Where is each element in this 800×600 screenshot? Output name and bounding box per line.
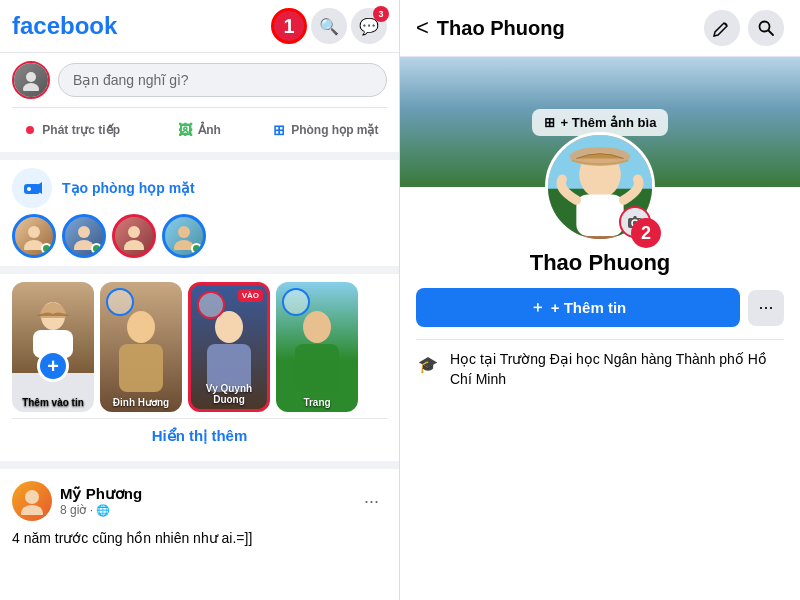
- story-3-avatar: [282, 288, 310, 316]
- edit-profile-btn[interactable]: [704, 10, 740, 46]
- post-more-btn[interactable]: ···: [356, 487, 387, 516]
- story-card-1[interactable]: Đinh Hương: [100, 282, 182, 412]
- add-cover-icon: ⊞: [544, 115, 555, 130]
- story-2-avatar: [197, 291, 225, 319]
- search-profile-btn[interactable]: [748, 10, 784, 46]
- online-indicator-4: [191, 243, 202, 254]
- svg-point-7: [78, 226, 90, 238]
- profile-name-header: Thao Phuong: [437, 17, 704, 40]
- add-story-card[interactable]: + Thêm vào tin: [12, 282, 94, 412]
- story-1-avatar: [106, 288, 134, 316]
- story-person-2[interactable]: [62, 214, 106, 258]
- messenger-badge: 3: [373, 6, 389, 22]
- create-room-label: Tạo phòng họp mặt: [62, 180, 195, 196]
- story-1-label: Đinh Hương: [100, 397, 182, 408]
- story-2-label: Vy Quynh Duong: [191, 383, 267, 405]
- svg-point-0: [26, 72, 36, 82]
- profile-display-name: Thao Phuong: [400, 250, 800, 276]
- story-card-2[interactable]: VÀO Vy Quynh Duong: [188, 282, 270, 412]
- live-btn-label: Phát trực tiếp: [42, 123, 120, 137]
- online-indicator-1: [41, 243, 52, 254]
- room-btn-label: Phòng họp mặt: [291, 123, 378, 137]
- more-options-btn[interactable]: ···: [748, 290, 784, 326]
- svg-point-10: [124, 240, 144, 250]
- live-dot-icon: [26, 126, 34, 134]
- search-icon-btn[interactable]: 🔍: [311, 8, 347, 44]
- header-right-icons: 1 🔍 💬 3: [271, 8, 387, 44]
- create-room-section: Tạo phòng họp mặt: [0, 160, 399, 274]
- profile-actions: ＋ + Thêm tin ···: [400, 288, 800, 327]
- story-person-3[interactable]: [112, 214, 156, 258]
- back-btn[interactable]: <: [416, 15, 429, 41]
- post-time-text: 8 giờ ·: [60, 503, 93, 517]
- step-2-badge: 2: [631, 218, 661, 248]
- svg-point-1: [23, 83, 39, 91]
- story-card-3[interactable]: Trang: [276, 282, 358, 412]
- step-1-badge: 1: [271, 8, 307, 44]
- avatar-placeholder: [14, 63, 48, 97]
- photo-btn-label: Ảnh: [198, 123, 221, 137]
- live-tag: VÀO: [238, 289, 263, 302]
- profile-info-section: 🎓 Học tại Trường Đại học Ngân hàng Thành…: [400, 339, 800, 399]
- left-panel: facebook 1 🔍 💬 3 Bạn đang nghĩ gì? Phát …: [0, 0, 400, 600]
- post-content: 4 năm trước cũng hồn nhiên như ai.=]]: [12, 529, 387, 549]
- feed-post: Mỹ Phương 8 giờ · 🌐 ··· 4 năm trước cũng…: [0, 469, 399, 561]
- education-text: Học tại Trường Đại học Ngân hàng Thành p…: [450, 350, 784, 389]
- add-info-btn[interactable]: ＋ + Thêm tin: [416, 288, 740, 327]
- profile-header: < Thao Phuong: [400, 0, 800, 57]
- svg-point-21: [25, 490, 39, 504]
- room-btn[interactable]: ⊞ Phòng họp mặt: [265, 116, 387, 144]
- add-story-label: Thêm vào tin: [12, 397, 94, 408]
- post-user-info: Mỹ Phương 8 giờ · 🌐: [12, 481, 142, 521]
- svg-point-19: [303, 311, 331, 343]
- right-panel: < Thao Phuong ⊞ + Thêm ảnh bìa: [400, 0, 800, 600]
- messenger-icon-btn[interactable]: 💬 3: [351, 8, 387, 44]
- profile-header-icons: [704, 10, 784, 46]
- story-person-4[interactable]: [162, 214, 206, 258]
- create-room-area[interactable]: Tạo phòng họp mặt: [12, 168, 195, 208]
- add-info-label: + Thêm tin: [551, 299, 626, 316]
- add-story-plus: +: [37, 350, 69, 382]
- show-more-btn[interactable]: Hiển thị thêm: [12, 418, 387, 453]
- post-time: 8 giờ · 🌐: [60, 503, 142, 517]
- svg-point-11: [178, 226, 190, 238]
- add-info-icon: ＋: [530, 298, 545, 317]
- user-avatar: [12, 61, 50, 99]
- education-icon: 🎓: [416, 352, 440, 376]
- svg-rect-29: [576, 194, 623, 236]
- profile-content: ⊞ + Thêm ảnh bìa: [400, 57, 800, 600]
- add-cover-label: + Thêm ảnh bìa: [561, 115, 657, 130]
- svg-point-9: [128, 226, 140, 238]
- svg-point-4: [27, 187, 31, 191]
- svg-point-5: [28, 226, 40, 238]
- post-actions: Phát trực tiếp 🖼 Ảnh ⊞ Phòng họp mặt: [12, 107, 387, 144]
- story-cards-row: + Thêm vào tin Đinh Hương: [12, 282, 387, 412]
- svg-rect-20: [295, 344, 339, 392]
- facebook-header: facebook 1 🔍 💬 3: [0, 0, 399, 53]
- post-area: Bạn đang nghĩ gì? Phát trực tiếp 🖼 Ảnh ⊞…: [0, 53, 399, 160]
- fb-logo-area: facebook: [12, 12, 117, 40]
- profile-pic-area: 2: [400, 132, 800, 242]
- story-avatars-row: [12, 214, 387, 258]
- add-story-column: + Thêm vào tin: [12, 282, 94, 412]
- create-room-icon: [12, 168, 52, 208]
- svg-rect-16: [119, 344, 163, 392]
- facebook-logo: facebook: [12, 12, 117, 40]
- post-author-name: Mỹ Phương: [60, 485, 142, 503]
- story-3-label: Trang: [276, 397, 358, 408]
- story-person-1[interactable]: [12, 214, 56, 258]
- live-video-btn[interactable]: Phát trực tiếp: [12, 116, 134, 144]
- photo-icon: 🖼: [178, 122, 192, 138]
- stories-header-row: Tạo phòng họp mặt: [12, 168, 387, 208]
- post-input[interactable]: Bạn đang nghĩ gì?: [58, 63, 387, 97]
- photo-btn[interactable]: 🖼 Ảnh: [138, 116, 260, 144]
- room-icon: ⊞: [273, 122, 285, 138]
- globe-icon: 🌐: [96, 504, 110, 516]
- post-header: Mỹ Phương 8 giờ · 🌐 ···: [12, 481, 387, 521]
- post-author-avatar[interactable]: [12, 481, 52, 521]
- svg-point-15: [127, 311, 155, 343]
- post-input-row: Bạn đang nghĩ gì?: [12, 61, 387, 99]
- profile-pic-container: 2: [545, 132, 655, 242]
- svg-point-22: [21, 505, 43, 515]
- online-indicator-2: [91, 243, 102, 254]
